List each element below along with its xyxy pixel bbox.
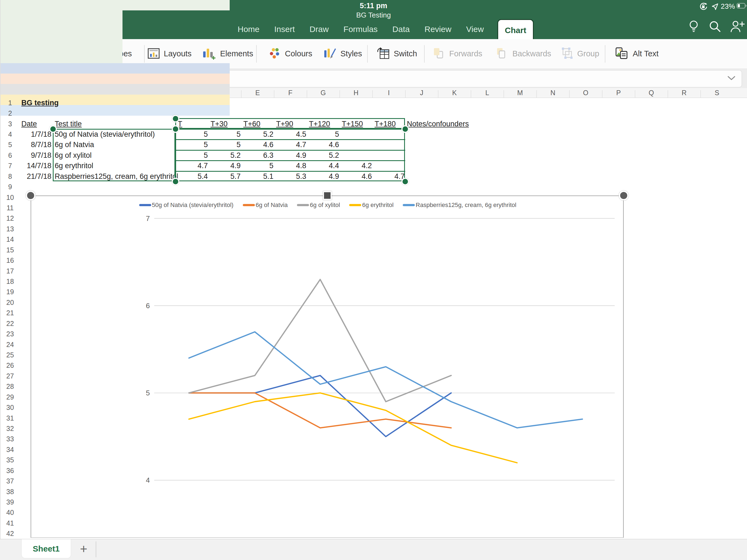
cell-date[interactable]: 1/7/18 xyxy=(20,129,54,139)
row-header-7[interactable]: 7 xyxy=(0,161,20,171)
row-header-4[interactable]: 4 xyxy=(0,129,20,139)
row-header-24[interactable]: 24 xyxy=(0,339,20,350)
row-header-10[interactable]: 10 xyxy=(0,192,20,203)
chart-plot-area: 7654 xyxy=(31,196,624,538)
row-header-1[interactable]: 1 xyxy=(0,98,20,108)
cell-b3-test-title-header[interactable]: Test title xyxy=(55,119,172,129)
row-header-5[interactable]: 5 xyxy=(0,140,20,150)
cell-j3-notes-header[interactable]: Notes/confounders xyxy=(407,119,494,129)
row-header-11[interactable]: 11 xyxy=(0,203,20,213)
sheet-tab-sheet1[interactable]: Sheet1 xyxy=(21,539,71,558)
row-header-15[interactable]: 15 xyxy=(0,245,20,255)
y-axis-tick-label: 6 xyxy=(146,302,150,310)
row-header-14[interactable]: 14 xyxy=(0,234,20,245)
y-axis-tick-label: 4 xyxy=(146,476,150,484)
row-header-29[interactable]: 29 xyxy=(0,392,20,402)
row-header-41[interactable]: 41 xyxy=(0,518,20,528)
row-header-23[interactable]: 23 xyxy=(0,329,20,339)
selection-series-divider xyxy=(176,150,405,151)
row-header-19[interactable]: 19 xyxy=(0,287,20,297)
row-header-18[interactable]: 18 xyxy=(0,276,20,286)
row-header-12[interactable]: 12 xyxy=(0,213,20,224)
row-header-35[interactable]: 35 xyxy=(0,455,20,465)
chart-top-handle[interactable] xyxy=(323,191,332,200)
row-header-9[interactable]: 9 xyxy=(0,182,20,192)
selection-series-divider xyxy=(176,171,405,172)
embedded-line-chart[interactable]: 50g of Natvia (stevia/erythritol)6g of N… xyxy=(31,196,624,538)
row-header-13[interactable]: 13 xyxy=(0,224,20,234)
sheet-tab-bar: Sheet1 + xyxy=(0,539,747,560)
selection-category-labels[interactable] xyxy=(53,129,175,181)
row-header-8[interactable]: 8 xyxy=(0,171,20,182)
chart-resize-handle[interactable] xyxy=(619,190,628,200)
row-header-37[interactable]: 37 xyxy=(0,476,20,486)
cell-date[interactable]: 14/7/18 xyxy=(20,161,54,171)
cell-a3-date-header[interactable]: Date xyxy=(21,119,51,129)
cell-date[interactable]: 9/7/18 xyxy=(20,150,54,160)
y-axis-tick-label: 7 xyxy=(146,214,150,223)
row-header-34[interactable]: 34 xyxy=(0,444,20,455)
selection-series-divider xyxy=(176,139,405,140)
row-header-27[interactable]: 27 xyxy=(0,371,20,381)
selection-values[interactable] xyxy=(175,129,405,181)
sheet-bar-divider xyxy=(96,541,96,557)
row-header-38[interactable]: 38 xyxy=(0,486,20,497)
row-header-30[interactable]: 30 xyxy=(0,402,20,413)
row-header-25[interactable]: 25 xyxy=(0,350,20,360)
row-header-17[interactable]: 17 xyxy=(0,266,20,276)
row-header-2[interactable]: 2 xyxy=(0,108,20,119)
row-header-39[interactable]: 39 xyxy=(0,497,20,507)
chart-resize-handle[interactable] xyxy=(26,190,35,200)
excel-ipad-app: iPad 5:11 pm BG Testing 23% xyxy=(0,0,747,560)
row-header-36[interactable]: 36 xyxy=(0,465,20,476)
row-header-20[interactable]: 20 xyxy=(0,297,20,308)
y-axis-tick-label: 5 xyxy=(146,389,150,397)
row-header-22[interactable]: 22 xyxy=(0,318,20,329)
chart-series-line[interactable] xyxy=(189,332,583,428)
cell-a1-title[interactable]: BG testing xyxy=(21,98,158,108)
row-header-31[interactable]: 31 xyxy=(0,413,20,423)
cell-date[interactable]: 8/7/18 xyxy=(20,140,54,150)
row-header-32[interactable]: 32 xyxy=(0,423,20,434)
selection-time-headers[interactable] xyxy=(175,118,405,128)
selection-series-divider xyxy=(176,160,405,161)
chart-series-line[interactable] xyxy=(189,393,517,463)
row-header-28[interactable]: 28 xyxy=(0,381,20,392)
row-header-26[interactable]: 26 xyxy=(0,360,20,371)
add-sheet-button[interactable]: + xyxy=(76,539,91,558)
row-header-16[interactable]: 16 xyxy=(0,255,20,265)
row-header-6[interactable]: 6 xyxy=(0,150,20,160)
row-header-40[interactable]: 40 xyxy=(0,508,20,518)
row-header-33[interactable]: 33 xyxy=(0,434,20,444)
cell-date[interactable]: 21/7/18 xyxy=(20,171,54,182)
selection-handle-dot[interactable] xyxy=(172,115,179,123)
row-header-42[interactable]: 42 xyxy=(0,529,20,539)
chart-series-line[interactable] xyxy=(189,393,451,428)
row-header-3[interactable]: 3 xyxy=(0,119,20,129)
row-header-21[interactable]: 21 xyxy=(0,308,20,318)
